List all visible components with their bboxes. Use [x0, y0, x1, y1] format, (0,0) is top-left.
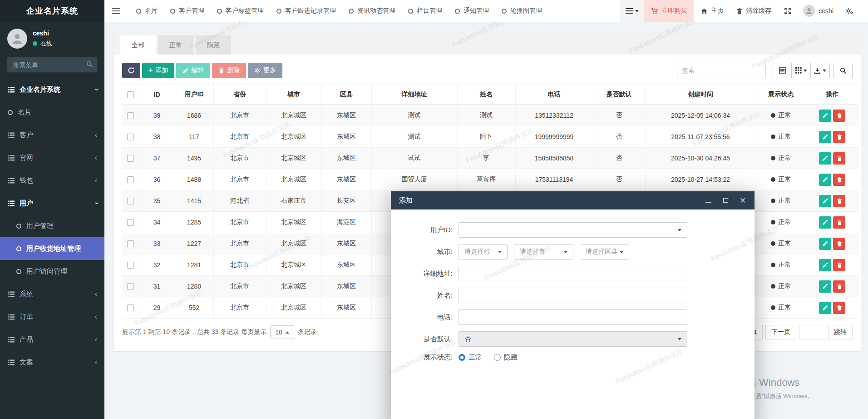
refresh-button[interactable]: [122, 63, 140, 78]
row-delete-button[interactable]: [833, 152, 845, 165]
add-label: 添加: [155, 66, 168, 75]
sidebar-item-product[interactable]: 产品‹: [0, 328, 104, 351]
row-delete-button[interactable]: [833, 280, 845, 293]
sidebar-item-wallet[interactable]: 钱包‹: [0, 169, 104, 192]
select-all-checkbox[interactable]: [127, 91, 134, 98]
sidebar-item-user-visit-manage[interactable]: 用户访问管理: [0, 260, 104, 283]
topnav-item-5[interactable]: 资讯动态管理: [342, 0, 402, 22]
columns-button[interactable]: [792, 63, 811, 78]
row-delete-button[interactable]: [833, 110, 845, 122]
chevron-up-icon: [286, 331, 289, 334]
list-icon: [8, 359, 15, 365]
row-edit-button[interactable]: [819, 238, 831, 250]
row-checkbox[interactable]: [127, 283, 134, 290]
row-checkbox[interactable]: [127, 240, 134, 247]
row-delete-button[interactable]: [833, 174, 845, 186]
sidebar-item-customer[interactable]: 客户‹: [0, 124, 104, 146]
tab-normal[interactable]: 正常: [158, 35, 193, 55]
user-id-select[interactable]: [459, 222, 687, 238]
row-delete-button[interactable]: [833, 195, 845, 207]
jump-page-input[interactable]: [799, 325, 825, 339]
row-checkbox[interactable]: [127, 304, 134, 311]
sidebar-item-copywriting[interactable]: 文案‹: [0, 351, 104, 374]
advanced-search-button[interactable]: [833, 63, 853, 78]
sidebar-item-user[interactable]: 用户‹: [0, 192, 104, 214]
row-edit-button[interactable]: [819, 174, 831, 186]
row-edit-button[interactable]: [819, 110, 831, 122]
page-size-dropdown[interactable]: 10: [270, 325, 294, 339]
topnav-item-2[interactable]: 客户管理: [164, 0, 211, 22]
column-header: 创建时间: [645, 84, 756, 105]
row-checkbox[interactable]: [127, 262, 134, 269]
row-checkbox[interactable]: [127, 155, 134, 162]
city-select[interactable]: 请选择市: [514, 244, 573, 259]
topnav-item-4[interactable]: 客户跟进记录管理: [270, 0, 342, 22]
row-checkbox[interactable]: [127, 198, 134, 205]
row-edit-button[interactable]: [819, 280, 831, 293]
sidebar-item-card[interactable]: 名片: [0, 101, 104, 124]
row-edit-button[interactable]: [819, 216, 831, 229]
sidebar-item-website[interactable]: 官网‹: [0, 146, 104, 169]
export-button[interactable]: [811, 63, 830, 78]
buy-now-button[interactable]: 立即购买: [644, 0, 694, 22]
next-page-button[interactable]: 下一页: [765, 325, 796, 339]
user-avatar[interactable]: [7, 29, 27, 49]
is-default-select[interactable]: 否: [459, 331, 687, 347]
sidebar-item-user-address-manage[interactable]: 用户收货地址管理: [0, 237, 104, 260]
address-input[interactable]: [459, 266, 687, 281]
row-edit-button[interactable]: [819, 302, 831, 314]
tab-hidden[interactable]: 隐藏: [196, 35, 231, 55]
row-delete-button[interactable]: [833, 302, 845, 314]
sidebar-item-user-manage[interactable]: 用户管理: [0, 214, 104, 237]
topnav-item-3[interactable]: 客户标签管理: [211, 0, 270, 22]
list-view-button[interactable]: [773, 63, 792, 78]
row-checkbox[interactable]: [127, 134, 134, 140]
dialog-header[interactable]: 添加 ✕: [391, 191, 755, 210]
fullscreen-button[interactable]: [778, 0, 798, 22]
radio-hidden[interactable]: 隐藏: [494, 353, 518, 362]
edit-button[interactable]: 编辑: [176, 63, 210, 78]
row-delete-button[interactable]: [833, 216, 845, 229]
list-icon: [8, 359, 15, 365]
row-delete-button[interactable]: [833, 131, 845, 143]
topbar-menu-button[interactable]: [620, 0, 644, 22]
sidebar-item-system[interactable]: 系统‹: [0, 283, 104, 305]
sidebar-item-order[interactable]: 订单‹: [0, 305, 104, 328]
topnav-item-8[interactable]: 轮播图管理: [495, 0, 548, 22]
more-button[interactable]: 更多: [248, 63, 282, 78]
settings-button[interactable]: [839, 0, 860, 22]
maximize-icon[interactable]: [722, 197, 729, 204]
name-input[interactable]: [459, 288, 687, 303]
row-delete-button[interactable]: [833, 238, 845, 250]
row-checkbox[interactable]: [127, 112, 134, 119]
navbar-user[interactable]: ceshi: [798, 0, 839, 22]
row-edit-button[interactable]: [819, 195, 831, 207]
tab-all[interactable]: 全部: [120, 35, 156, 55]
province-select[interactable]: 请选择省: [459, 244, 508, 259]
topnav-item-7[interactable]: 通知管理: [449, 0, 495, 22]
sidebar-search-input[interactable]: [7, 57, 98, 73]
sidebar-item-biz-card-system[interactable]: 企业名片系统‹: [0, 78, 104, 101]
sidebar-toggle-icon[interactable]: [112, 6, 120, 15]
row-edit-button[interactable]: [819, 259, 831, 271]
close-icon[interactable]: ✕: [739, 197, 746, 204]
delete-button[interactable]: 删除: [212, 63, 246, 78]
row-delete-button[interactable]: [833, 259, 845, 271]
topnav-item-1[interactable]: 名片: [130, 0, 164, 22]
home-link[interactable]: 主页: [694, 0, 730, 22]
radio-normal[interactable]: 正常: [459, 353, 482, 362]
topnav-item-6[interactable]: 栏目管理: [402, 0, 449, 22]
add-button[interactable]: +添加: [142, 63, 174, 78]
clear-cache-link[interactable]: 清除缓存: [730, 0, 778, 22]
row-checkbox[interactable]: [127, 219, 134, 226]
row-edit-button[interactable]: [819, 131, 831, 143]
cell-city: 北京城区: [266, 169, 321, 190]
row-edit-button[interactable]: [819, 152, 831, 165]
cell-name: 阿卜: [457, 126, 515, 148]
row-checkbox[interactable]: [127, 176, 134, 183]
table-search-input[interactable]: [677, 63, 766, 78]
phone-input[interactable]: [459, 309, 687, 325]
jump-button[interactable]: 跳转: [828, 325, 853, 339]
minimize-icon[interactable]: [705, 197, 712, 204]
district-select[interactable]: 请选择区县: [580, 244, 629, 259]
